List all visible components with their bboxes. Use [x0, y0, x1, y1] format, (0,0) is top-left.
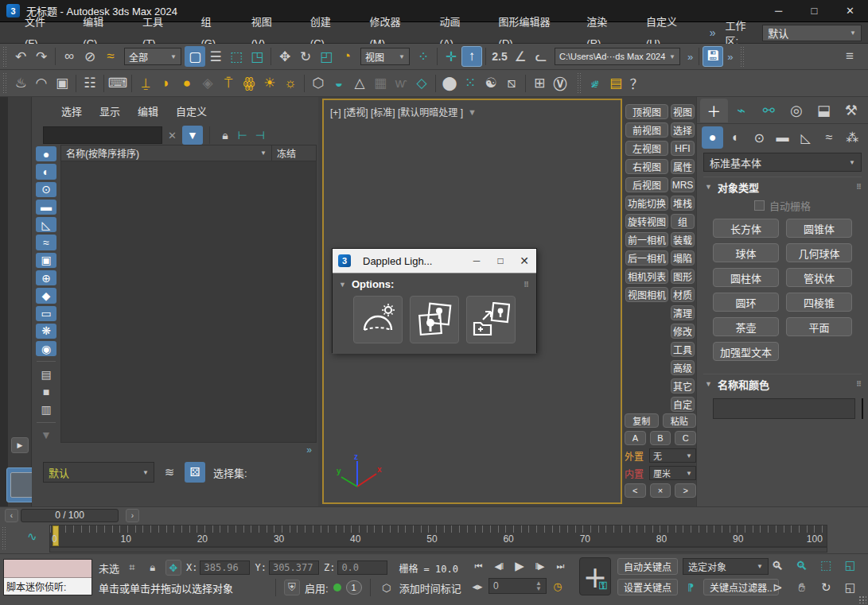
- go-to-start-icon[interactable]: ⏮︎: [469, 557, 488, 575]
- track-bar[interactable]: [49, 547, 827, 553]
- play-icon[interactable]: ▶: [510, 557, 528, 575]
- display-tab[interactable]: ⬓: [810, 99, 838, 122]
- zoom-all-icon[interactable]: 🔍︎: [790, 557, 815, 574]
- object-name-input[interactable]: [713, 398, 855, 419]
- display-all-icon[interactable]: ●: [36, 146, 56, 161]
- toolbar-overflow-icon[interactable]: »: [683, 51, 695, 63]
- explorer-menu-item[interactable]: 编辑: [130, 102, 165, 120]
- tool-button[interactable]: HFI: [671, 141, 695, 156]
- display-visibility-icon[interactable]: ◉: [36, 341, 56, 356]
- angle-snap-icon[interactable]: 2.5: [489, 46, 510, 67]
- spinner-snap-icon[interactable]: ᓚ: [531, 46, 551, 67]
- docked-panel-edge[interactable]: [0, 97, 8, 506]
- curve-icon[interactable]: ◠: [31, 73, 52, 94]
- explorer-overflow-icon[interactable]: »: [306, 444, 310, 456]
- explorer-search-input[interactable]: [43, 126, 162, 144]
- tool-button[interactable]: 堆栈: [671, 196, 695, 211]
- explorer-menu-item[interactable]: 自定义: [169, 102, 214, 120]
- slot-button[interactable]: B: [650, 431, 671, 445]
- move-icon[interactable]: ✥: [274, 46, 295, 67]
- list-view-icon[interactable]: ▤: [36, 366, 56, 382]
- helpers-icon[interactable]: ◺: [795, 126, 816, 149]
- sphere-light-icon[interactable]: ●: [177, 73, 197, 94]
- column-header-name[interactable]: 名称(按降序排序) ▼: [61, 145, 272, 161]
- primitive-category-dropdown[interactable]: 标准基本体 ▼: [703, 153, 862, 172]
- tool-button[interactable]: 自定: [671, 397, 695, 412]
- render-setup-icon[interactable]: ⊞: [529, 73, 550, 94]
- grass-icon[interactable]: ⱳ: [391, 73, 411, 94]
- scale-icon[interactable]: ◰: [316, 46, 337, 67]
- transform-type-in-icon[interactable]: ✥: [165, 560, 181, 576]
- object-color-swatch[interactable]: [862, 398, 863, 419]
- preset-dropdown[interactable]: 默认 ▼: [43, 462, 154, 483]
- filter-icon[interactable]: ▼: [182, 126, 203, 145]
- fov-icon[interactable]: ⊳: [765, 579, 790, 596]
- new-key-icon[interactable]: ⁋: [683, 580, 699, 595]
- options-rollout[interactable]: ▼ Options: ⠿: [339, 278, 530, 290]
- slot-button[interactable]: A: [625, 431, 646, 445]
- viewport-label[interactable]: [+] [透视] [标准] [默认明暗处理 ]: [330, 105, 463, 118]
- dialog-minimize-button[interactable]: ─: [465, 249, 488, 273]
- view-button[interactable]: 相机列表: [625, 269, 668, 284]
- collapse-tree-icon[interactable]: ⊣: [251, 125, 269, 145]
- select-by-name-icon[interactable]: ☰: [205, 46, 226, 67]
- sphere-leaf-icon[interactable]: ◒: [329, 73, 349, 94]
- snap-cross-icon[interactable]: ✛: [441, 46, 461, 67]
- tool-button[interactable]: 工具: [671, 342, 695, 357]
- placement-icon[interactable]: ◔: [337, 46, 357, 67]
- dialog-maximize-button[interactable]: □: [488, 249, 512, 273]
- lock-icon[interactable]: 🔒︎: [216, 125, 234, 145]
- toolbar-overflow-icon[interactable]: »: [723, 51, 735, 63]
- window-box-icon[interactable]: ▣: [52, 73, 72, 94]
- y-field[interactable]: 305.377: [269, 560, 319, 575]
- dome-light-button[interactable]: [353, 296, 403, 343]
- sun-icon[interactable]: ☀: [259, 73, 280, 94]
- z-field[interactable]: 0.0: [337, 560, 387, 575]
- explorer-rows[interactable]: [61, 161, 316, 442]
- paste-button[interactable]: 粘贴: [663, 413, 697, 428]
- selection-filter-dropdown[interactable]: 全部▼: [124, 48, 181, 65]
- list-icon[interactable]: ☷: [80, 73, 100, 94]
- explorer-menu-item[interactable]: 显示: [92, 102, 127, 120]
- display-cameras-icon[interactable]: ▬: [36, 200, 56, 215]
- display-spacewarps-icon[interactable]: ≈: [36, 235, 56, 250]
- tool-button[interactable]: 材质: [671, 287, 695, 302]
- forest-icon[interactable]: ⸙: [585, 73, 605, 94]
- tool-button[interactable]: MRS: [671, 177, 695, 192]
- view-button[interactable]: 左视图: [625, 141, 668, 156]
- selection-lock-setup-icon[interactable]: ⌗: [124, 560, 140, 576]
- nav-button[interactable]: >: [675, 483, 696, 498]
- filter-funnel-icon[interactable]: ▼: [468, 107, 477, 117]
- modify-tab[interactable]: ⌁: [728, 99, 756, 122]
- explorer-menu-item[interactable]: 选择: [54, 102, 89, 120]
- set-key-button[interactable]: 设置关键点: [617, 579, 678, 595]
- nav-button[interactable]: ×: [650, 483, 671, 498]
- maximize-button[interactable]: □: [796, 0, 832, 22]
- rect-selection-icon[interactable]: ⬚: [226, 46, 247, 67]
- autogrid-checkbox[interactable]: [754, 200, 765, 211]
- lock-selection-icon[interactable]: 🔒︎: [145, 560, 161, 576]
- create-tab[interactable]: ＋: [700, 99, 728, 122]
- current-frame-field[interactable]: 0▲▼: [488, 578, 547, 594]
- workspace-dropdown[interactable]: 默认 ▼: [762, 25, 862, 41]
- export-image-button[interactable]: [466, 296, 516, 343]
- pyramid-icon[interactable]: △: [349, 73, 370, 94]
- target-light-icon[interactable]: ⍑: [218, 73, 239, 94]
- save-file-icon[interactable]: 💾︎: [703, 46, 723, 67]
- display-helpers-icon[interactable]: ◺: [36, 217, 56, 232]
- display-materials-icon[interactable]: ❋: [36, 324, 56, 339]
- key-mode-icon[interactable]: ◂▸: [469, 578, 485, 594]
- internal-dropdown[interactable]: 厘米 ▼: [649, 466, 696, 480]
- window-crossing-icon[interactable]: ◳: [247, 46, 267, 67]
- blank-view-icon[interactable]: ■: [36, 384, 56, 399]
- primitive-button[interactable]: 四棱锥: [786, 293, 852, 312]
- filter-config-icon[interactable]: ▼: [36, 428, 56, 443]
- percent-snap-icon[interactable]: ∠: [510, 46, 531, 67]
- primitive-button[interactable]: 管状体: [786, 268, 852, 287]
- detail-view-icon[interactable]: ▥: [36, 402, 56, 417]
- material-nodes-icon[interactable]: ⁙: [460, 73, 481, 94]
- time-config-icon[interactable]: ◷: [550, 578, 566, 594]
- geometry-box-icon[interactable]: ⬡: [308, 73, 329, 94]
- maxscript-mini-listener[interactable]: 脚本迷你侦听:: [3, 559, 92, 595]
- minimize-button[interactable]: ─: [761, 0, 796, 22]
